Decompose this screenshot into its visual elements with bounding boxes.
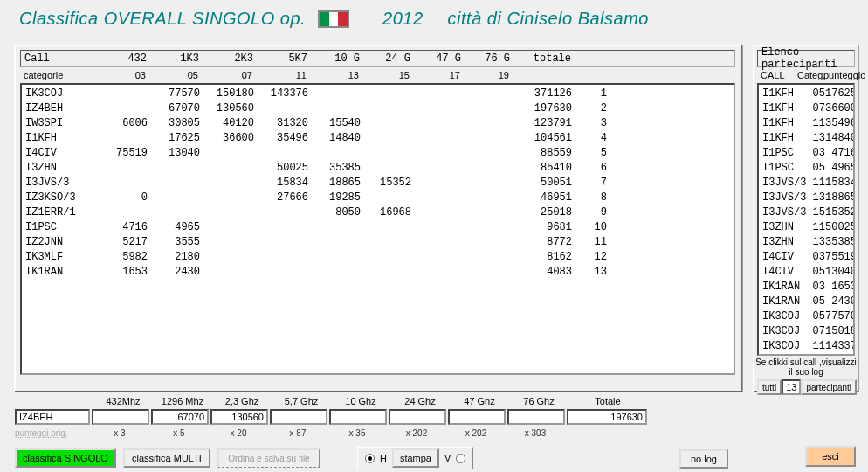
selected-band-field[interactable] [448, 409, 506, 425]
table-row[interactable]: I1PSC47164965968110 [25, 220, 730, 235]
selected-band-field[interactable] [329, 409, 387, 425]
list-item[interactable]: IK3COJ07150180 [762, 324, 850, 339]
table-row[interactable]: I1KFH176253660035496148401045614 [25, 131, 730, 146]
band-label: 2,3 Ghz [212, 396, 272, 406]
table-row[interactable]: IW3SPI6006308054012031320155401237913 [25, 116, 730, 131]
ranking-listbox[interactable]: IK3COJ775701501801433763711261IZ4BEH6707… [20, 83, 735, 375]
multiplier-label: x 35 [327, 428, 387, 438]
stampa-button[interactable]: stampa [392, 448, 439, 468]
multiplier-row: x 3x 5x 20x 87x 35x 202x 202x 303 [90, 428, 565, 438]
cat-head: 15 [359, 70, 410, 80]
v-label: V [444, 453, 451, 463]
list-item[interactable]: I3ZHN1150025 [762, 220, 850, 235]
band-label: 5,7 Ghz [272, 396, 331, 406]
table-row[interactable]: I4CIV7551913040885595 [25, 146, 730, 161]
side-col-head: CALL [761, 70, 797, 80]
participants-listbox[interactable]: I1KFH0517625I1KFH0736600I1KFH1135496I1KF… [757, 83, 855, 356]
band-label: 1296 Mhz [153, 396, 212, 406]
italy-flag-icon [318, 10, 349, 28]
ordina-button[interactable]: Ordina e salva su file [217, 448, 320, 468]
table-row[interactable]: IZ2JNN52173555877211 [25, 235, 730, 250]
band-label: 24 Ghz [390, 396, 450, 406]
cat-head: 17 [410, 70, 460, 80]
city-label: città di Ciniselo Balsamo [448, 9, 649, 29]
page-title: Classifica OVERALL SINGOLO op. [19, 9, 306, 29]
hint-label: Se clikki sul call ,visualizzi il suo lo… [755, 357, 857, 377]
esci-button[interactable]: esci [805, 446, 856, 467]
nolog-button[interactable]: no log [679, 449, 728, 469]
band-label: 10 Ghz [331, 396, 390, 406]
list-item[interactable]: I1KFH0517625 [762, 87, 850, 101]
list-item[interactable]: I3JVS/31115834 [762, 176, 850, 191]
table-row[interactable]: IZ4BEH670701305601976302 [25, 101, 730, 116]
orientation-v-radio[interactable] [456, 454, 465, 463]
col-head: 76 G [461, 52, 510, 65]
side-col-head: Categ. [797, 70, 823, 80]
list-item[interactable]: I1KFH0736600 [762, 101, 850, 116]
table-row[interactable]: IZ3KSO/302766619285469518 [25, 191, 730, 205]
list-item[interactable]: I3ZHN1335385 [762, 235, 850, 250]
table-row[interactable]: I3JVS/3158341886515352500517 [25, 176, 730, 191]
table-row[interactable]: IZ1ERR/1805016968250189 [25, 205, 730, 220]
list-item[interactable]: I1KFH1135496 [762, 116, 850, 131]
side-col-head: punteggio [823, 70, 851, 80]
cat-head: 11 [252, 70, 307, 80]
col-head: totale [510, 52, 571, 65]
col-head: 5K7 [253, 52, 307, 65]
selected-band-field[interactable] [507, 409, 565, 425]
partecipanti-button[interactable]: partecipanti [801, 379, 857, 395]
multiplier-label: x 87 [268, 428, 327, 438]
band-labels: 432Mhz1296 Mhz2,3 Ghz5,7 Ghz10 Ghz24 Ghz… [93, 396, 647, 406]
tutti-button[interactable]: tutti [757, 379, 782, 395]
selected-band-field[interactable] [151, 409, 209, 425]
participants-panel: Elenco partecipanti CALLCateg.punteggio … [753, 45, 859, 392]
classifica-singolo-button[interactable]: classifica SINGOLO [15, 448, 116, 468]
list-item[interactable]: I1PSC034716 [762, 146, 850, 161]
selected-band-field[interactable] [210, 409, 268, 425]
list-item[interactable]: I1KFH1314840 [762, 131, 850, 146]
cat-head: 13 [307, 70, 359, 80]
col-head: 47 G [410, 52, 461, 65]
list-item[interactable]: I3JVS/31318865 [762, 191, 850, 205]
list-item[interactable]: I4CIV0375519 [762, 250, 850, 265]
header: Classifica OVERALL SINGOLO op. 2012 citt… [0, 0, 868, 34]
list-item[interactable]: IK1RAN052430 [762, 295, 850, 309]
selected-call-field[interactable] [15, 409, 90, 425]
selected-band-field[interactable] [389, 409, 446, 425]
table-row[interactable]: IK3MLF59822180816212 [25, 250, 730, 265]
footer-row: classifica SINGOLO classifica MULTI Ordi… [15, 447, 473, 469]
participants-headers: CALLCateg.punteggio [757, 67, 855, 83]
band-label: Totale [568, 396, 647, 406]
selected-band-field[interactable] [92, 409, 149, 425]
col-head: 1K3 [147, 52, 199, 65]
table-row[interactable]: IK3COJ775701501801433763711261 [25, 87, 730, 101]
participants-title: Elenco partecipanti [757, 50, 855, 67]
cat-head: 19 [460, 70, 509, 80]
list-item[interactable]: IK1RAN031653 [762, 280, 850, 295]
classifica-multi-button[interactable]: classifica MULTI [123, 448, 210, 468]
band-label: 76 Ghz [509, 396, 568, 406]
cat-head: 07 [198, 70, 252, 80]
multiplier-label: x 3 [90, 428, 149, 438]
cat-head: 05 [146, 70, 198, 80]
selected-band-field[interactable] [270, 409, 327, 425]
list-item[interactable]: I1PSC054965 [762, 161, 850, 176]
band-label: 432Mhz [93, 396, 153, 406]
list-item[interactable]: IK3MLF035982 [762, 354, 850, 356]
col-head: 10 G [307, 52, 360, 65]
list-item[interactable]: IK3COJ11143376 [762, 339, 850, 354]
col-head: 2K3 [199, 52, 253, 65]
print-group: H stampa V [357, 447, 473, 469]
count-field[interactable]: 13 [782, 379, 801, 395]
list-item[interactable]: IK3COJ0577570 [762, 309, 850, 324]
punteggi-link[interactable]: punteggi orig. [15, 428, 68, 438]
cat-head: 03 [93, 70, 146, 80]
list-item[interactable]: I4CIV0513040 [762, 265, 850, 280]
orientation-h-radio[interactable] [365, 454, 375, 463]
col-head: Call [24, 52, 94, 65]
selected-band-field[interactable] [567, 409, 647, 425]
category-headers: categorie0305071113151719 [20, 67, 735, 83]
table-row[interactable]: IK1RAN16532430408313 [25, 265, 730, 280]
list-item[interactable]: I3JVS/31515352 [762, 205, 850, 220]
table-row[interactable]: I3ZHN5002535385854106 [25, 161, 730, 176]
